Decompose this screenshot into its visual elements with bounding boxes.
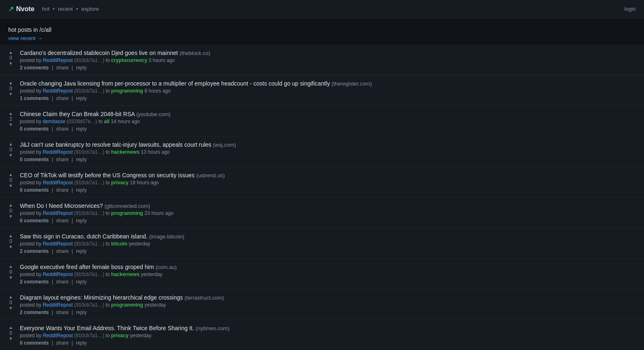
vote-down-button[interactable]: ▼ (9, 214, 13, 219)
share-link[interactable]: share (56, 310, 69, 315)
reply-link[interactable]: reply (76, 65, 87, 71)
post-author[interactable]: RedditRepost (43, 333, 73, 338)
reply-link[interactable]: reply (76, 340, 87, 346)
post-author[interactable]: RedditRepost (43, 149, 73, 155)
post-comments-link[interactable]: 2 comments (20, 279, 49, 285)
share-link[interactable]: share (56, 95, 69, 101)
post-author[interactable]: RedditRepost (43, 57, 73, 63)
post-title[interactable]: Chinese Claim they Can Break 2048-bit RS… (20, 111, 637, 117)
separator: | (50, 187, 55, 193)
vote-down-button[interactable]: ▼ (9, 123, 13, 127)
post-community[interactable]: bitcoin (111, 241, 127, 247)
vote-down-button[interactable]: ▼ (9, 153, 13, 157)
post-community[interactable]: privacy (111, 180, 129, 186)
vote-count: 0 (10, 299, 12, 306)
post-comments-link[interactable]: 1 comments (20, 95, 49, 101)
share-link[interactable]: share (56, 126, 69, 132)
post-meta: posted by RedditRepost (910cb7a1…) to ha… (20, 271, 637, 277)
post-author[interactable]: RedditRepost (43, 210, 73, 216)
share-link[interactable]: share (56, 248, 69, 254)
vote-up-button[interactable]: ▲ (9, 203, 13, 207)
post-comments-link[interactable]: 0 comments (20, 218, 49, 224)
post-author[interactable]: demitasse (43, 119, 65, 124)
reply-link[interactable]: reply (76, 95, 87, 101)
post-title[interactable]: Everyone Wants Your Email Address. Think… (20, 325, 637, 331)
nav-link-recent[interactable]: recent (58, 6, 73, 12)
nav-link-hot[interactable]: hot (42, 6, 49, 12)
post-actions: 0 comments | share | reply (20, 187, 637, 193)
post-author[interactable]: RedditRepost (43, 180, 73, 186)
reply-link[interactable]: reply (76, 187, 87, 193)
view-recent-link[interactable]: view recent → (8, 35, 42, 41)
post-title[interactable]: When Do I Need Microservices? (gitconnec… (20, 202, 637, 209)
post-author[interactable]: RedditRepost (43, 241, 73, 247)
vote-count: 0 (10, 238, 12, 245)
post-author[interactable]: RedditRepost (43, 271, 73, 277)
post-author-id: (910cb7a1…) (74, 241, 104, 247)
reply-link[interactable]: reply (76, 279, 87, 285)
post-item: ▲ 0 ▼ CEO of TikTok will testify before … (0, 167, 644, 198)
post-author[interactable]: RedditRepost (43, 302, 73, 308)
post-comments-link[interactable]: 0 comments (20, 126, 49, 132)
post-comments-link[interactable]: 0 comments (20, 157, 49, 162)
share-link[interactable]: share (56, 218, 69, 224)
brand-name[interactable]: Nvote (16, 5, 34, 13)
login-link[interactable]: login (625, 6, 636, 12)
reply-link[interactable]: reply (76, 248, 87, 254)
vote-up-button[interactable]: ▲ (9, 142, 13, 146)
post-comments-link[interactable]: 0 comments (20, 187, 49, 193)
post-comments-link[interactable]: 2 comments (20, 248, 49, 254)
post-community[interactable]: all (104, 119, 110, 124)
reply-link[interactable]: reply (76, 157, 87, 162)
reply-link[interactable]: reply (76, 218, 87, 224)
reply-link[interactable]: reply (76, 126, 87, 132)
post-title[interactable]: CEO of TikTok will testify before the US… (20, 172, 637, 179)
post-domain: (wsj.com) (213, 142, 236, 148)
vote-up-button[interactable]: ▲ (9, 112, 13, 116)
post-community[interactable]: programming (111, 210, 143, 216)
share-link[interactable]: share (56, 340, 69, 346)
post-author[interactable]: RedditRepost (43, 88, 73, 94)
vote-down-button[interactable]: ▼ (9, 245, 13, 249)
vote-up-button[interactable]: ▲ (9, 50, 13, 55)
share-link[interactable]: share (56, 187, 69, 193)
nav-brand: ↗ Nvote (8, 5, 34, 13)
vote-down-button[interactable]: ▼ (9, 306, 13, 310)
vote-up-button[interactable]: ▲ (9, 326, 13, 330)
share-link[interactable]: share (56, 157, 69, 162)
post-community[interactable]: cryptocurrency (111, 57, 147, 63)
post-title[interactable]: Saw this sign in Curacao, dutch Caribbea… (20, 233, 637, 240)
post-title[interactable]: J&J can't use bankruptcy to resolve talc… (20, 141, 637, 148)
vote-up-button[interactable]: ▲ (9, 295, 13, 299)
vote-down-button[interactable]: ▼ (9, 184, 13, 188)
post-title[interactable]: Cardano's decentralized stablecoin Djed … (20, 50, 637, 56)
post-community[interactable]: programming (111, 302, 143, 308)
post-comments-link[interactable]: 2 comments (20, 65, 49, 71)
post-domain: (youtube.com) (136, 111, 171, 117)
vote-up-button[interactable]: ▲ (9, 264, 13, 269)
vote-down-button[interactable]: ▼ (9, 92, 13, 96)
vote-up-button[interactable]: ▲ (9, 81, 13, 85)
vote-down-button[interactable]: ▼ (9, 62, 13, 66)
post-community[interactable]: hackernews (111, 149, 140, 155)
post-title[interactable]: Diagram layout engines: Minimizing hiera… (20, 294, 637, 301)
vote-down-button[interactable]: ▼ (9, 337, 13, 341)
post-meta: posted by RedditRepost (910cb7a1…) to pr… (20, 210, 637, 216)
share-link[interactable]: share (56, 279, 69, 285)
reply-link[interactable]: reply (76, 310, 87, 315)
vote-up-button[interactable]: ▲ (9, 173, 13, 177)
nav-link-explore[interactable]: explore (81, 6, 99, 12)
post-comments-link[interactable]: 0 comments (20, 340, 49, 346)
post-title[interactable]: Oracle changing Java licensing from per-… (20, 80, 637, 87)
post-domain: (com.au) (155, 264, 177, 270)
post-comments-link[interactable]: 2 comments (20, 310, 49, 315)
post-title[interactable]: Google executive fired after female boss… (20, 264, 637, 270)
post-community[interactable]: hackernews (111, 271, 140, 277)
vote-down-button[interactable]: ▼ (9, 276, 13, 280)
vote-up-button[interactable]: ▲ (9, 234, 13, 238)
share-link[interactable]: share (56, 65, 69, 71)
post-domain: (theblock.co) (179, 50, 210, 56)
post-community[interactable]: programming (111, 88, 143, 94)
separator: | (70, 340, 74, 346)
post-community[interactable]: privacy (111, 333, 129, 338)
